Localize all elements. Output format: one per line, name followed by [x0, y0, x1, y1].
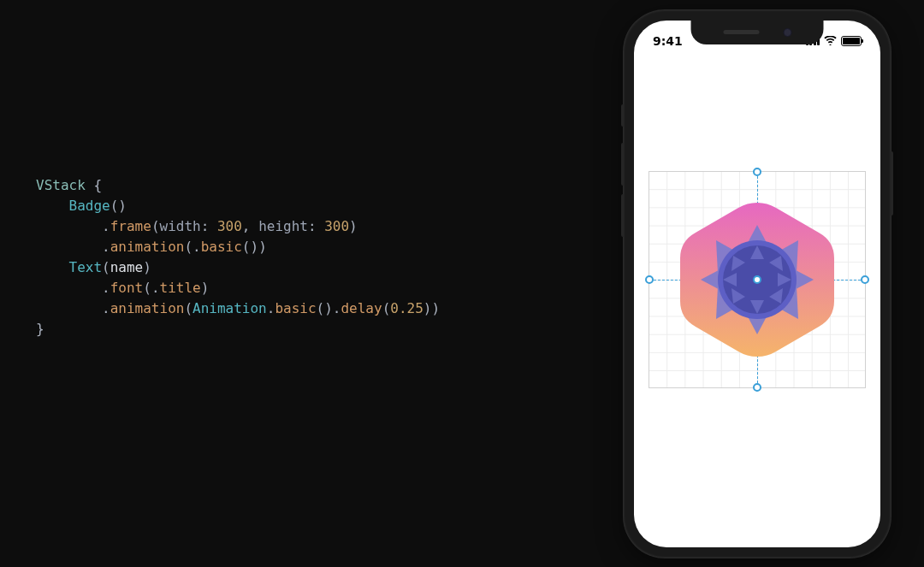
preview-canvas[interactable] — [649, 171, 866, 388]
token-text: Text — [69, 259, 103, 275]
code-editor: VStack { Badge() .frame(width: 300, heig… — [0, 124, 616, 340]
token-height-label: height — [258, 218, 308, 234]
status-time: 9:41 — [653, 34, 683, 48]
token-animation-type: Animation — [192, 300, 267, 316]
token-delay: delay — [341, 300, 382, 316]
guide-handle-right[interactable] — [861, 275, 869, 284]
token-lparen6: ( — [382, 300, 391, 316]
token-basic2: basic — [275, 300, 316, 316]
token-dot6: . — [102, 300, 110, 316]
token-parens3: () — [317, 300, 333, 316]
token-frame: frame — [110, 218, 151, 234]
phone-power-button — [891, 151, 893, 216]
phone-volume-down — [621, 194, 624, 237]
code-line-4: .animation(.basic()) — [36, 237, 616, 257]
token-rparen4: ) — [201, 280, 210, 296]
phone-preview-wrapper: 9:41 — [616, 0, 898, 567]
battery-icon — [841, 36, 862, 46]
code-line-7: .animation(Animation.basic().delay(0.25)… — [36, 298, 616, 319]
token-delay-val: 0.25 — [390, 300, 424, 316]
token-width-label: width — [160, 218, 201, 234]
phone-notch — [691, 21, 824, 44]
token-font: font — [110, 280, 144, 296]
phone-screen: 9:41 — [634, 21, 880, 547]
token-colon: : — [201, 218, 217, 234]
code-line-8: } — [36, 319, 616, 340]
guide-handle-bottom[interactable] — [753, 383, 761, 392]
token-dot4: . — [102, 280, 110, 296]
token-dot: . — [102, 218, 110, 234]
token-name-var: name — [110, 259, 144, 275]
token-rbrace: } — [36, 321, 44, 337]
token-rparen6: ) — [431, 300, 440, 316]
token-lparen5: ( — [184, 300, 192, 316]
token-basic: basic — [201, 239, 242, 255]
token-dot5: . — [151, 280, 160, 296]
wifi-icon — [824, 36, 837, 45]
token-lbrace: { — [86, 177, 102, 193]
code-line-2: Badge() — [36, 196, 616, 216]
token-dot3: . — [192, 239, 201, 255]
code-line-6: .font(.title) — [36, 278, 616, 298]
token-title: title — [160, 280, 201, 296]
token-height-val: 300 — [324, 218, 349, 234]
token-lparen2: ( — [184, 239, 192, 255]
token-dot2: . — [102, 239, 110, 255]
token-dot7: . — [267, 300, 275, 316]
token-rparen: ) — [349, 218, 358, 234]
notch-speaker — [723, 30, 759, 34]
token-badge: Badge — [69, 198, 110, 214]
guide-handle-top[interactable] — [753, 168, 761, 176]
iphone-mockup: 9:41 — [624, 10, 891, 558]
token-animation2: animation — [110, 300, 185, 316]
token-parens2: () — [242, 239, 258, 255]
token-width-val: 300 — [217, 218, 242, 234]
token-parens: () — [110, 198, 127, 214]
token-animation: animation — [110, 239, 185, 255]
token-colon2: : — [308, 218, 324, 234]
token-rparen2: ) — [258, 239, 267, 255]
phone-volume-up — [621, 143, 624, 186]
code-line-3: .frame(width: 300, height: 300) — [36, 216, 616, 237]
token-rparen3: ) — [143, 259, 151, 275]
token-lparen3: ( — [102, 259, 110, 275]
token-vstack: VStack — [36, 177, 86, 193]
phone-silence-switch — [621, 104, 624, 127]
token-rparen5: ) — [424, 300, 432, 316]
guide-handle-center[interactable] — [753, 275, 761, 284]
code-line-5: Text(name) — [36, 257, 616, 278]
notch-camera — [783, 28, 791, 37]
token-lparen4: ( — [143, 280, 151, 296]
token-lparen: ( — [151, 218, 160, 234]
guide-handle-left[interactable] — [645, 275, 654, 284]
code-line-1: VStack { — [36, 175, 616, 196]
token-comma: , — [242, 218, 258, 234]
